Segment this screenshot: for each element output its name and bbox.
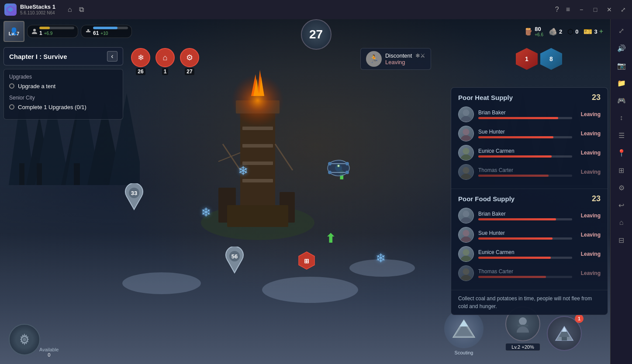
map-marker-56[interactable]: 56 [223, 247, 247, 277]
lv-button[interactable]: Lv.2 +20% [505, 343, 540, 351]
heat-person-thomas: Thomas Carter Leaving [458, 164, 601, 180]
minimize-button[interactable]: − [577, 6, 586, 13]
thomas-status-heat: Leaving [577, 169, 601, 175]
food-person-thomas: Thomas Carter Leaving [458, 265, 601, 281]
svg-point-77 [517, 326, 529, 333]
food-supply-count: 23 [592, 194, 601, 203]
svg-point-28 [231, 74, 284, 127]
bs-volume-icon[interactable]: 🔊 [614, 40, 629, 56]
bs-location-icon[interactable]: 📍 [614, 145, 629, 161]
available-badge: Available 0 [39, 347, 59, 357]
sue-avatar-food [458, 227, 474, 243]
sue-bar-food [478, 237, 572, 240]
bluestacks-logo [4, 3, 17, 16]
svg-point-56 [460, 116, 472, 122]
red-hex-item[interactable]: ⊞ [297, 251, 316, 272]
bs-back-icon[interactable]: ↩ [614, 197, 629, 213]
heat-supply-count: 23 [592, 93, 601, 102]
bs-folder-icon[interactable]: 📁 [614, 75, 629, 91]
thomas-avatar-food [458, 265, 474, 281]
arrow-up-2: ⬆ [325, 231, 335, 246]
food-person-sue: Sue Hunter Leaving [458, 227, 601, 243]
eunice-name-heat: Eunice Carmen [478, 148, 572, 154]
brian-name-heat: Brian Baker [478, 110, 572, 116]
expand-button[interactable]: ⤢ [619, 6, 628, 13]
svg-point-69 [463, 249, 469, 256]
info-panel: Poor Heat Supply 23 Brian Baker Leaving … [451, 87, 608, 315]
player-level: Lv. 7 [9, 31, 19, 36]
population-icon [31, 28, 38, 35]
sue-status-heat: Leaving [577, 130, 601, 137]
svg-point-59 [463, 129, 469, 135]
scouting-label: Scouting [455, 350, 473, 355]
svg-point-67 [463, 230, 469, 237]
svg-point-60 [460, 155, 472, 161]
svg-point-64 [460, 217, 472, 223]
svg-point-53 [345, 171, 349, 174]
cold-value: 26 [136, 68, 145, 75]
map-marker-33[interactable]: 33 [122, 183, 146, 213]
clone-icon[interactable]: ⧉ [79, 6, 84, 14]
chapter-title: Chapter I : Survive [9, 53, 67, 60]
cold-status: ❄ 26 [131, 48, 150, 75]
add-ticket-button[interactable]: + [599, 27, 603, 35]
housing-icon: ⌂ [155, 48, 175, 67]
quest-text-upgrades: Complete 1 Upgrades (0/1) [18, 103, 86, 111]
chapter-header: Chapter I : Survive ‹ [3, 47, 123, 65]
drone-item[interactable] [325, 157, 352, 181]
player-avatar[interactable]: 👤 Lv. 7 [3, 21, 24, 42]
building-resource: 61 +10 [81, 25, 132, 38]
bs-camera-icon[interactable]: 📷 [614, 58, 629, 73]
housing-status: ⌂ 1 [155, 48, 175, 75]
hex-stat-badges: 1 8 [516, 48, 562, 70]
bs-grid-icon[interactable]: ⊞ [614, 162, 629, 178]
brian-bar-heat [478, 117, 572, 119]
svg-point-58 [460, 135, 472, 141]
blue-hex-badge: 8 [540, 48, 562, 70]
bs-apps-icon[interactable]: ⊟ [614, 232, 629, 248]
menu-icon[interactable]: ≡ [566, 6, 570, 14]
discontent-person-icon: 🏃 [366, 51, 382, 67]
wood-resource: 🪵 80 +6.6 [524, 26, 543, 37]
bs-settings-icon[interactable]: ⚙ [614, 180, 629, 196]
camp-notification-badge: 1 [575, 314, 584, 323]
svg-point-37 [33, 29, 36, 31]
svg-rect-39 [87, 29, 89, 31]
bs-expand-icon[interactable]: ⤢ [614, 23, 629, 38]
chapter-back-button[interactable]: ‹ [107, 51, 117, 62]
svg-point-51 [345, 162, 349, 165]
cold-icon: ❄ [131, 48, 150, 67]
bs-gamepad-icon[interactable]: 🎮 [614, 93, 629, 108]
snowflake-marker-2: ❄ [201, 205, 211, 220]
svg-line-34 [223, 144, 240, 170]
bluestacks-title: BlueStacks 1 5.6.110.1002 N64 [20, 3, 55, 16]
thomas-bar-food [478, 276, 572, 278]
heat-supply-header: Poor Heat Supply 23 [458, 93, 601, 102]
bs-layers-icon[interactable]: ☰ [614, 127, 629, 143]
eunice-status-heat: Leaving [577, 150, 601, 156]
close-button[interactable]: ✕ [605, 6, 614, 13]
home-icon[interactable]: ⌂ [68, 6, 72, 14]
bs-nav-icons: ⌂ ⧉ [68, 6, 84, 14]
senior-city-category: Senior City [9, 95, 117, 101]
brian-status-food: Leaving [577, 213, 601, 219]
bs-rotate-icon[interactable]: ↕ [614, 110, 629, 126]
sue-bar-heat [478, 136, 572, 138]
food-supply-header: Poor Food Supply 23 [458, 194, 601, 203]
restore-button[interactable]: □ [591, 6, 600, 13]
thomas-status-food: Leaving [577, 270, 601, 276]
scouting-area: Scouting [444, 309, 483, 355]
work-icon: ⚙ [180, 48, 199, 67]
help-icon[interactable]: ? [555, 6, 559, 14]
available-count: 0 [48, 352, 50, 357]
status-indicators: ❄ 26 ⌂ 1 ⚙ 27 [131, 48, 199, 75]
bs-home-icon[interactable]: ⌂ [614, 215, 629, 230]
svg-point-78 [519, 317, 527, 325]
quest-section: Upgrades Upgrade a tent Senior City Comp… [3, 69, 123, 120]
svg-rect-12 [74, 163, 80, 185]
gear-button[interactable] [9, 324, 40, 355]
svg-point-63 [463, 167, 469, 174]
population-rate: +6.9 [44, 31, 53, 36]
sue-name-food: Sue Hunter [478, 230, 572, 236]
hex-badge-1: 1 [516, 48, 538, 70]
